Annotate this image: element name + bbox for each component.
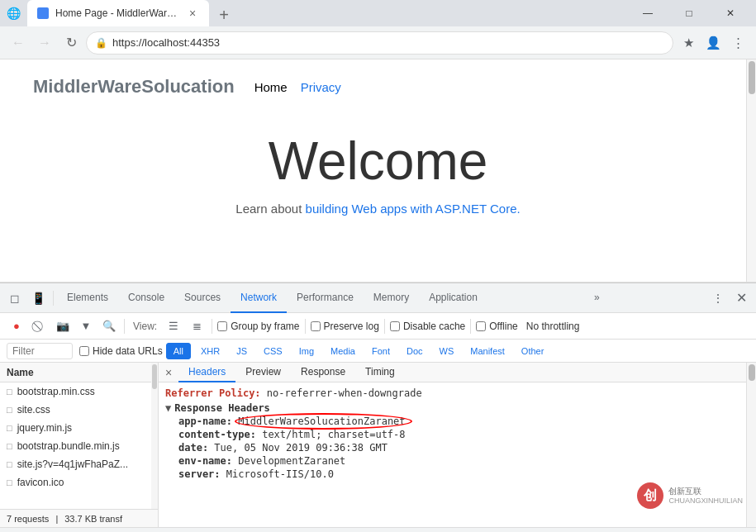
preserve-log-checkbox[interactable]: Preserve log [311, 321, 379, 332]
file-item-5[interactable]: □ favicon.ico [0, 473, 158, 492]
address-text: https://localhost:44353 [112, 36, 664, 49]
detail-tab-response[interactable]: Response [291, 363, 355, 382]
devtools-scrollbar-thumb [749, 364, 755, 381]
file-item-0[interactable]: □ bootstrap.min.css [0, 382, 158, 401]
tab-close-button[interactable]: × [186, 7, 199, 20]
clear-button[interactable]: ⃠ [30, 316, 50, 336]
referrer-policy-key: Referrer Policy: [165, 387, 261, 399]
toolbar-separator-3 [305, 319, 306, 334]
group-by-frame-checkbox[interactable]: Group by frame [217, 321, 299, 332]
tab-elements[interactable]: Elements [57, 283, 118, 313]
devtools-close-button[interactable]: ✕ [730, 287, 753, 310]
filter-button[interactable]: ▼ [76, 316, 96, 336]
filter-css-button[interactable]: CSS [257, 343, 289, 359]
filter-js-button[interactable]: JS [230, 343, 254, 359]
filter-ws-button[interactable]: WS [433, 343, 461, 359]
new-tab-button[interactable]: + [212, 3, 235, 26]
nav-privacy[interactable]: Privacy [301, 80, 341, 94]
file-item-4[interactable]: □ site.js?v=4q1jwFhaPaZ... [0, 455, 158, 473]
file-list-header: Name [0, 363, 158, 382]
view-label: View: [133, 321, 157, 332]
header-row-date: date: Tue, 05 Nov 2019 09:36:38 GMT [178, 442, 739, 454]
file-list-panel: Name □ bootstrap.min.css □ site.css □ jq… [0, 363, 159, 527]
file-item-1[interactable]: □ site.css [0, 401, 158, 419]
header-val-env-name: DevelopmentZaranet [238, 455, 345, 467]
detail-tab-headers[interactable]: Headers [178, 363, 235, 382]
filter-xhr-button[interactable]: XHR [194, 343, 226, 359]
reload-button[interactable]: ↻ [59, 31, 83, 55]
file-item-3[interactable]: □ bootstrap.bundle.min.js [0, 437, 158, 455]
search-button[interactable]: 🔍 [99, 316, 119, 336]
minimize-button[interactable]: — [629, 0, 667, 26]
devtools-tabs: ◻ 📱 Elements Console Sources Network Per… [0, 283, 756, 313]
file-list-scrollbar[interactable] [151, 363, 158, 527]
filter-font-button[interactable]: Font [365, 343, 397, 359]
back-button[interactable]: ← [7, 31, 30, 55]
tab-network[interactable]: Network [231, 283, 287, 313]
file-item-2[interactable]: □ jquery.min.js [0, 419, 158, 437]
page-scrollbar[interactable] [746, 59, 756, 282]
tab-application[interactable]: Application [419, 283, 487, 313]
offline-checkbox[interactable]: Offline [476, 321, 517, 332]
nav-home[interactable]: Home [254, 80, 288, 94]
toolbar-separator-4 [384, 319, 385, 334]
view-tree-button[interactable]: ≣ [187, 316, 207, 336]
filter-doc-button[interactable]: Doc [400, 343, 430, 359]
record-button[interactable]: ● [7, 316, 26, 336]
tab-more[interactable]: » [584, 283, 610, 313]
welcome-section: Welcome Learn about building Web apps wi… [235, 131, 520, 216]
tab-favicon [37, 7, 49, 19]
view-list-button[interactable]: ☰ [164, 316, 183, 336]
profile-button[interactable]: 👤 [701, 31, 725, 55]
maximize-button[interactable]: □ [670, 0, 708, 26]
devtools-scrollbar[interactable] [746, 363, 756, 527]
welcome-title: Welcome [235, 131, 520, 192]
file-icon-2: □ [7, 423, 12, 433]
header-row-app-name: app-name: MiddlerWareSolucationZaranet [178, 416, 739, 427]
header-val-date: Tue, 05 Nov 2019 09:36:38 GMT [214, 442, 388, 454]
subtitle-text-start: Learn about [235, 202, 305, 216]
tab-sources[interactable]: Sources [174, 283, 231, 313]
scrollbar-thumb [749, 61, 755, 94]
detail-tab-preview[interactable]: Preview [235, 363, 291, 382]
header-row-env-name: env-name: DevelopmentZaranet [178, 455, 739, 467]
filter-img-button[interactable]: Img [292, 343, 321, 359]
address-actions: ★ 👤 ⋮ [677, 31, 749, 55]
header-key-content-type: content-type: [178, 429, 256, 440]
filter-all-button[interactable]: All [166, 343, 191, 359]
filter-other-button[interactable]: Other [515, 343, 551, 359]
address-input-wrap[interactable]: 🔒 https://localhost:44353 [86, 31, 673, 55]
header-val-content-type: text/html; charset=utf-8 [262, 429, 405, 440]
devtools-settings-button[interactable]: ⋮ [706, 287, 730, 310]
devtools-device-button[interactable]: 📱 [26, 287, 50, 310]
tab-memory[interactable]: Memory [364, 283, 419, 313]
filter-manifest-button[interactable]: Manifest [464, 343, 511, 359]
devtools-inspect-button[interactable]: ◻ [3, 287, 26, 310]
subtitle-link[interactable]: building Web apps with ASP.NET Core. [306, 202, 521, 216]
detail-tab-timing[interactable]: Timing [355, 363, 405, 382]
network-filter-bar: Hide data URLs All XHR JS CSS Img Media … [0, 340, 756, 363]
file-list-footer: 7 requests | 33.7 KB transf [0, 509, 158, 527]
header-val-app-name-wrap: MiddlerWareSolucationZaranet [238, 416, 405, 427]
header-key-date: date: [178, 442, 208, 454]
header-row-content-type: content-type: text/html; charset=utf-8 [178, 429, 739, 440]
tab-separator [53, 291, 54, 306]
menu-button[interactable]: ⋮ [726, 31, 749, 55]
tab-performance[interactable]: Performance [287, 283, 364, 313]
filter-input[interactable] [7, 343, 73, 359]
hide-data-urls-checkbox[interactable]: Hide data URLs [79, 345, 163, 357]
close-button[interactable]: ✕ [711, 0, 749, 26]
disable-cache-checkbox[interactable]: Disable cache [390, 321, 465, 332]
lock-icon: 🔒 [95, 37, 107, 49]
filter-media-button[interactable]: Media [324, 343, 362, 359]
forward-button[interactable]: → [33, 31, 56, 55]
site-nav: Home Privacy [254, 80, 341, 94]
detail-close-button[interactable]: × [159, 363, 178, 382]
site-header: MiddlerWareSolucation Home Privacy [17, 76, 739, 97]
file-icon-4: □ [7, 459, 12, 469]
tab-console[interactable]: Console [118, 283, 174, 313]
watermark-text: 创新互联 CHUANGXINHUILIAN [668, 486, 743, 506]
bookmark-button[interactable]: ★ [677, 31, 700, 55]
camera-button[interactable]: 📷 [53, 316, 73, 336]
active-tab[interactable]: Home Page - MiddlerWareSoluc... × [27, 0, 209, 26]
